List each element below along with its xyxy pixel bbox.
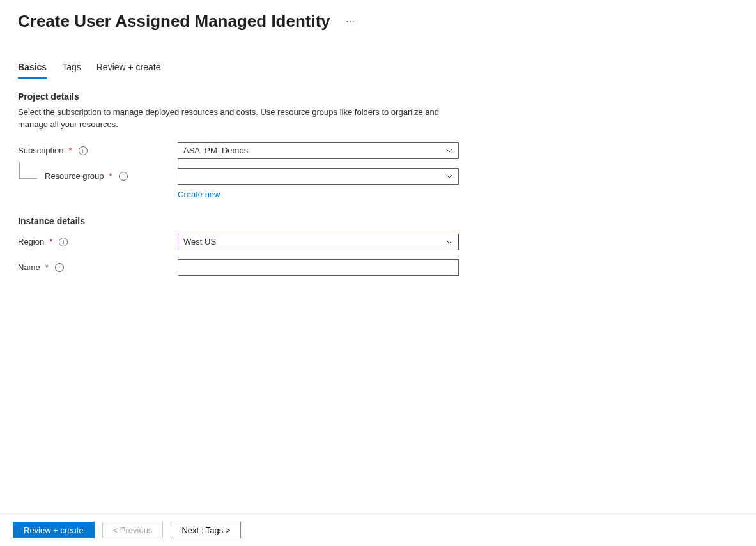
tabs: Basics Tags Review + create <box>18 62 738 79</box>
info-icon[interactable]: i <box>119 172 128 181</box>
region-label: Region <box>18 237 44 246</box>
footer: Review + create < Previous Next : Tags > <box>0 513 756 546</box>
more-actions-icon[interactable]: ⋯ <box>343 14 358 29</box>
info-icon[interactable]: i <box>55 263 64 272</box>
region-select[interactable]: West US <box>178 234 459 250</box>
create-new-resource-group-link[interactable]: Create new <box>178 190 220 199</box>
name-input[interactable] <box>178 259 459 276</box>
subscription-label: Subscription <box>18 146 64 155</box>
required-marker: * <box>45 262 49 272</box>
resource-group-select[interactable] <box>178 168 459 185</box>
review-create-button[interactable]: Review + create <box>13 522 95 538</box>
resource-group-label: Resource group <box>45 171 104 181</box>
project-details-heading: Project details <box>18 91 738 102</box>
chevron-down-icon <box>445 172 453 180</box>
next-button[interactable]: Next : Tags > <box>171 522 241 538</box>
required-marker: * <box>49 237 52 246</box>
required-marker: * <box>109 171 112 181</box>
chevron-down-icon <box>445 147 453 155</box>
tree-connector <box>19 162 37 179</box>
instance-details-heading: Instance details <box>18 216 738 226</box>
subscription-value: ASA_PM_Demos <box>183 146 248 155</box>
required-marker: * <box>69 146 72 155</box>
project-details-description: Select the subscription to manage deploy… <box>18 107 440 131</box>
region-value: West US <box>183 237 216 246</box>
tab-basics[interactable]: Basics <box>18 62 47 79</box>
tab-tags[interactable]: Tags <box>62 62 81 79</box>
name-label: Name <box>18 262 40 272</box>
previous-button: < Previous <box>102 522 164 538</box>
info-icon[interactable]: i <box>79 146 88 155</box>
tab-review-create[interactable]: Review + create <box>96 62 161 79</box>
info-icon[interactable]: i <box>59 238 68 246</box>
chevron-down-icon <box>445 238 453 246</box>
subscription-select[interactable]: ASA_PM_Demos <box>178 142 459 159</box>
page-title: Create User Assigned Managed Identity <box>18 11 330 31</box>
